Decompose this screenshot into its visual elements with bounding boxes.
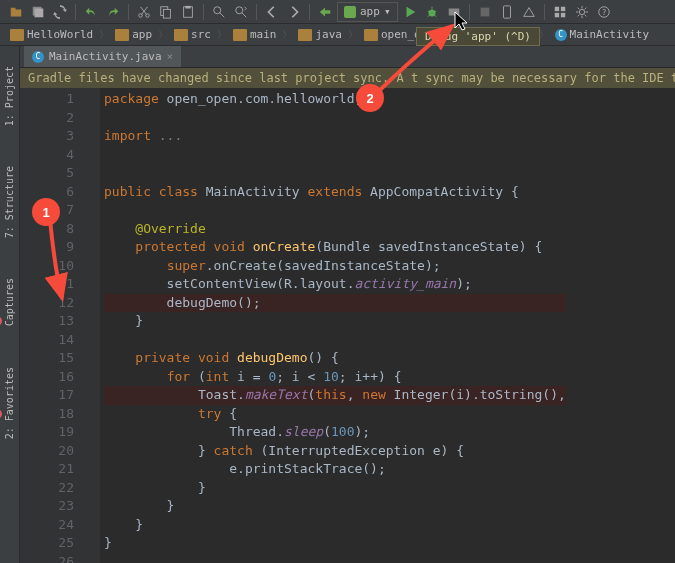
annotation-marker-2: 2: [356, 84, 384, 112]
open-icon[interactable]: [6, 2, 26, 22]
toolbar-separator: [309, 4, 310, 20]
folder-icon: [298, 29, 312, 41]
redo-icon[interactable]: [103, 2, 123, 22]
svg-point-8: [428, 9, 435, 16]
folder-icon: [174, 29, 188, 41]
svg-point-7: [236, 6, 243, 13]
svg-rect-11: [503, 5, 510, 17]
toolbar-separator: [256, 4, 257, 20]
code-area[interactable]: package open_open.com.helloworld; import…: [80, 88, 566, 563]
svg-rect-15: [560, 12, 564, 16]
help-icon[interactable]: ?: [594, 2, 614, 22]
captures-tool-tab[interactable]: Captures: [4, 278, 15, 326]
toolbar-separator: [75, 4, 76, 20]
code-editor: 1234567891011121314151617181920212223242…: [20, 88, 675, 563]
avd-manager-icon[interactable]: [497, 2, 517, 22]
undo-icon[interactable]: [81, 2, 101, 22]
svg-rect-9: [448, 8, 459, 15]
back-icon[interactable]: [262, 2, 282, 22]
svg-rect-10: [480, 7, 489, 16]
make-project-icon[interactable]: [315, 2, 335, 22]
paste-icon[interactable]: [178, 2, 198, 22]
sync-icon[interactable]: [50, 2, 70, 22]
save-all-icon[interactable]: [28, 2, 48, 22]
project-tool-tab[interactable]: 1: Project: [4, 66, 15, 126]
breadcrumb-item[interactable]: HelloWorld: [6, 28, 97, 41]
class-icon: C: [555, 29, 567, 41]
folder-icon: [364, 29, 378, 41]
breadcrumb-item[interactable]: main: [229, 28, 281, 41]
folder-icon: [233, 29, 247, 41]
dropdown-arrow-icon: ▾: [384, 5, 391, 18]
close-tab-icon[interactable]: ×: [167, 50, 174, 63]
replace-icon[interactable]: [231, 2, 251, 22]
svg-rect-14: [554, 12, 558, 16]
toolbar-separator: [544, 4, 545, 20]
sdk-manager-icon[interactable]: [519, 2, 539, 22]
settings-icon[interactable]: [572, 2, 592, 22]
svg-rect-13: [560, 6, 564, 10]
editor-tab-label: MainActivity.java: [49, 50, 162, 63]
editor-tab[interactable]: C MainActivity.java ×: [24, 46, 182, 67]
copy-icon[interactable]: [156, 2, 176, 22]
annotation-marker-1: 1: [32, 198, 60, 226]
folder-icon: [10, 29, 24, 41]
toolbar-separator: [469, 4, 470, 20]
svg-point-6: [214, 6, 221, 13]
android-app-icon: [344, 6, 356, 18]
svg-point-16: [579, 9, 584, 14]
class-file-icon: C: [32, 51, 44, 63]
find-icon[interactable]: [209, 2, 229, 22]
toolbar-separator: [203, 4, 204, 20]
gradle-sync-notice[interactable]: Gradle files have changed since last pro…: [20, 68, 675, 88]
svg-rect-1: [35, 8, 44, 17]
breadcrumb-item[interactable]: java: [294, 28, 346, 41]
svg-text:?: ?: [601, 7, 606, 16]
run-icon[interactable]: [400, 2, 420, 22]
svg-rect-12: [554, 6, 558, 10]
svg-rect-3: [163, 9, 170, 18]
cut-icon[interactable]: [134, 2, 154, 22]
breadcrumb-item[interactable]: CMainActivity: [551, 28, 653, 41]
run-config-label: app: [360, 5, 380, 18]
left-tool-window-tabs: 1: Project 7: Structure Captures 2: Favo…: [0, 46, 20, 563]
project-structure-icon[interactable]: [550, 2, 570, 22]
toolbar-separator: [128, 4, 129, 20]
top-toolbar: app ▾ ?: [0, 0, 675, 24]
forward-icon[interactable]: [284, 2, 304, 22]
gutter[interactable]: 1234567891011121314151617181920212223242…: [20, 88, 80, 563]
folder-icon: [115, 29, 129, 41]
breadcrumb-item[interactable]: src: [170, 28, 215, 41]
stop-icon[interactable]: [475, 2, 495, 22]
svg-rect-5: [185, 5, 190, 8]
favorites-tool-tab[interactable]: 2: Favorites: [4, 367, 15, 439]
breadcrumb: HelloWorld〉 app〉 src〉 main〉 java〉 open_o…: [0, 24, 675, 46]
debug-icon[interactable]: [422, 2, 442, 22]
debug-tooltip: Debug 'app' (^D): [416, 27, 540, 46]
attach-debugger-icon[interactable]: [444, 2, 464, 22]
editor-tabbar: C MainActivity.java ×: [0, 46, 675, 68]
breadcrumb-item[interactable]: app: [111, 28, 156, 41]
run-config-selector[interactable]: app ▾: [337, 2, 398, 22]
structure-tool-tab[interactable]: 7: Structure: [4, 166, 15, 238]
